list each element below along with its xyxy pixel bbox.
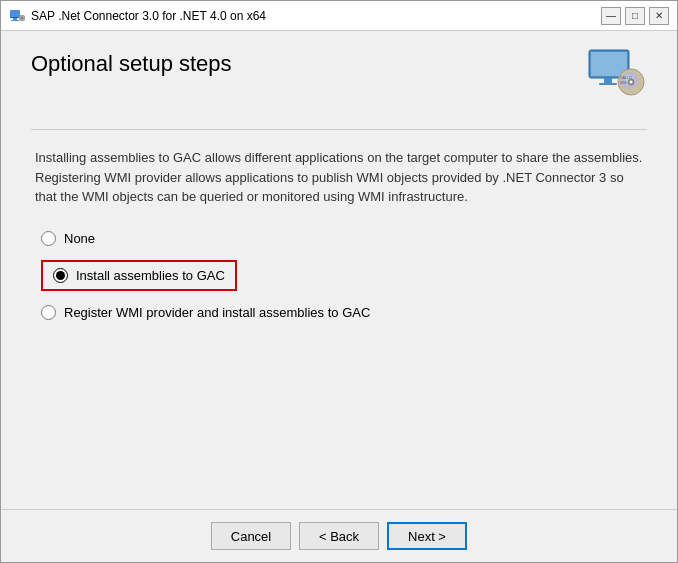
minimize-button[interactable]: — (601, 7, 621, 25)
title-bar: SAP .Net Connector 3.0 for .NET 4.0 on x… (1, 1, 677, 31)
window-title: SAP .Net Connector 3.0 for .NET 4.0 on x… (31, 9, 266, 23)
setup-icon-svg: GALLO DISK (587, 46, 647, 101)
option-register-wmi[interactable]: Register WMI provider and install assemb… (41, 305, 647, 320)
main-window: SAP .Net Connector 3.0 for .NET 4.0 on x… (0, 0, 678, 563)
options-area: None Install assemblies to GAC Register … (31, 231, 647, 320)
svg-text:DISK: DISK (620, 81, 627, 85)
app-icon (9, 8, 25, 24)
svg-rect-3 (11, 20, 19, 21)
description-text: Installing assemblies to GAC allows diff… (31, 148, 647, 207)
header-section: Optional setup steps (31, 51, 647, 101)
content-area: Optional setup steps (1, 31, 677, 509)
close-button[interactable]: ✕ (649, 7, 669, 25)
svg-rect-2 (13, 18, 17, 20)
radio-none[interactable] (41, 231, 56, 246)
svg-rect-9 (599, 83, 617, 85)
next-button[interactable]: Next > (387, 522, 467, 550)
back-button[interactable]: < Back (299, 522, 379, 550)
radio-install-gac[interactable] (53, 268, 68, 283)
option-register-wmi-label: Register WMI provider and install assemb… (64, 305, 370, 320)
svg-rect-0 (10, 10, 20, 18)
radio-register-wmi[interactable] (41, 305, 56, 320)
title-bar-left: SAP .Net Connector 3.0 for .NET 4.0 on x… (9, 8, 266, 24)
svg-rect-1 (10, 17, 20, 18)
option-install-gac-label: Install assemblies to GAC (76, 268, 225, 283)
svg-point-13 (630, 81, 633, 84)
option-install-gac[interactable]: Install assemblies to GAC (41, 260, 237, 291)
divider (31, 129, 647, 130)
title-bar-controls: — □ ✕ (601, 7, 669, 25)
option-none[interactable]: None (41, 231, 647, 246)
svg-point-5 (21, 17, 23, 19)
svg-rect-8 (604, 78, 612, 83)
maximize-button[interactable]: □ (625, 7, 645, 25)
footer-area: Cancel < Back Next > (1, 509, 677, 562)
page-title: Optional setup steps (31, 51, 232, 77)
option-none-label: None (64, 231, 95, 246)
header-icon: GALLO DISK (587, 46, 647, 101)
svg-text:GALLO: GALLO (620, 76, 632, 80)
cancel-button[interactable]: Cancel (211, 522, 291, 550)
